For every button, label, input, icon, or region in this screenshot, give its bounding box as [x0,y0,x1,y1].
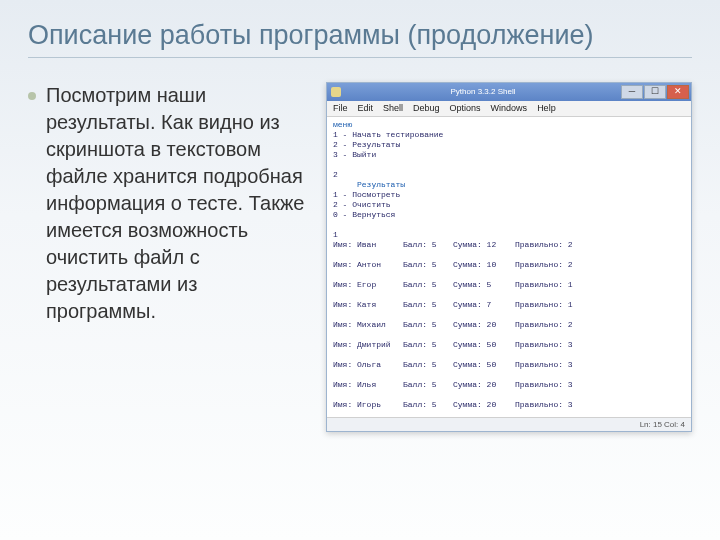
results-table: Имя: ИванБалл: 5Сумма: 12Правильно: 2 Им… [333,240,685,417]
cell-ok: Правильно: 3 [515,360,579,370]
menu-item: 3 - Выйти [333,150,376,159]
cell-name: Имя: Михаил [333,320,397,330]
results-header: Результаты [357,180,405,189]
table-row: Имя: ИгорьБалл: 5Сумма: 20Правильно: 3 [333,400,685,410]
table-row: Имя: АнтонБалл: 5Сумма: 10Правильно: 2 [333,260,685,270]
results-item: 2 - Очистить [333,200,391,209]
cell-ball: Балл: 5 [403,340,447,350]
table-row: Имя: ИванБалл: 5Сумма: 12Правильно: 2 [333,240,685,250]
status-bar: Ln: 15 Col: 4 [327,417,691,431]
cell-ball: Балл: 5 [403,300,447,310]
cell-ball: Балл: 5 [403,240,447,250]
menu-item: 1 - Начать тестирование [333,130,443,139]
cell-name: Имя: Антон [333,260,397,270]
window-buttons: ─ ☐ ✕ [621,85,689,99]
results-item: 0 - Вернуться [333,210,395,219]
cell-ok: Правильно: 1 [515,300,579,310]
results-item: 1 - Посмотреть [333,190,400,199]
close-button[interactable]: ✕ [667,85,689,99]
cell-sum: Сумма: 50 [453,360,509,370]
menu-edit[interactable]: Edit [358,103,374,114]
table-row: Имя: МихаилБалл: 5Сумма: 20Правильно: 2 [333,320,685,330]
cell-name: Имя: Илья [333,380,397,390]
cell-name: Имя: Егор [333,280,397,290]
cell-sum: Сумма: 50 [453,340,509,350]
table-row: Имя: КатяБалл: 5Сумма: 7Правильно: 1 [333,300,685,310]
cell-ok: Правильно: 3 [515,380,579,390]
cell-sum: Сумма: 7 [453,300,509,310]
user-input: 1 [333,230,338,239]
menu-item: 2 - Результаты [333,140,400,149]
table-row: Имя: ОльгаБалл: 5Сумма: 50Правильно: 3 [333,360,685,370]
menu-shell[interactable]: Shell [383,103,403,114]
cell-sum: Сумма: 20 [453,320,509,330]
cell-name: Имя: Катя [333,300,397,310]
cell-ball: Балл: 5 [403,280,447,290]
cell-ok: Правильно: 2 [515,320,579,330]
editor-body[interactable]: меню 1 - Начать тестирование 2 - Результ… [327,117,691,417]
menu-help[interactable]: Help [537,103,556,114]
bullet-text: Посмотрим наши результаты. Как видно из … [46,82,308,325]
cell-ok: Правильно: 2 [515,240,579,250]
menu-header: меню [333,120,352,129]
cell-ok: Правильно: 3 [515,340,579,350]
cell-ok: Правильно: 3 [515,400,579,410]
cell-ok: Правильно: 1 [515,280,579,290]
cell-ball: Балл: 5 [403,380,447,390]
cell-ok: Правильно: 2 [515,260,579,270]
bullet-list: Посмотрим наши результаты. Как видно из … [28,82,308,432]
cell-name: Имя: Ольга [333,360,397,370]
user-input: 2 [333,170,338,179]
table-row: Имя: ЕгорБалл: 5Сумма: 5Правильно: 1 [333,280,685,290]
menu-file[interactable]: File [333,103,348,114]
table-row: Имя: ИльяБалл: 5Сумма: 20Правильно: 3 [333,380,685,390]
window-title: Python 3.3.2 Shell [345,87,621,97]
cell-ball: Балл: 5 [403,260,447,270]
menu-bar: File Edit Shell Debug Options Windows He… [327,101,691,117]
cell-name: Имя: Иван [333,240,397,250]
cell-name: Имя: Дмитрий [333,340,397,350]
screenshot-window: Python 3.3.2 Shell ─ ☐ ✕ File Edit Shell… [326,82,692,432]
window-titlebar: Python 3.3.2 Shell ─ ☐ ✕ [327,83,691,101]
slide-title: Описание работы программы (продолжение) [28,20,692,58]
bullet-item: Посмотрим наши результаты. Как видно из … [28,82,308,325]
cell-ball: Балл: 5 [403,360,447,370]
app-icon [331,87,341,97]
cell-ball: Балл: 5 [403,320,447,330]
cell-sum: Сумма: 5 [453,280,509,290]
cell-sum: Сумма: 10 [453,260,509,270]
cell-name: Имя: Игорь [333,400,397,410]
menu-options[interactable]: Options [450,103,481,114]
slide: Описание работы программы (продолжение) … [0,0,720,450]
cell-ball: Балл: 5 [403,400,447,410]
cell-sum: Сумма: 20 [453,380,509,390]
cell-sum: Сумма: 20 [453,400,509,410]
status-text: Ln: 15 Col: 4 [640,420,685,430]
maximize-button[interactable]: ☐ [644,85,666,99]
menu-windows[interactable]: Windows [491,103,528,114]
table-row: Имя: ДмитрийБалл: 5Сумма: 50Правильно: 3 [333,340,685,350]
bullet-dot-icon [28,92,36,100]
minimize-button[interactable]: ─ [621,85,643,99]
cell-sum: Сумма: 12 [453,240,509,250]
slide-content: Посмотрим наши результаты. Как видно из … [28,82,692,432]
menu-debug[interactable]: Debug [413,103,440,114]
